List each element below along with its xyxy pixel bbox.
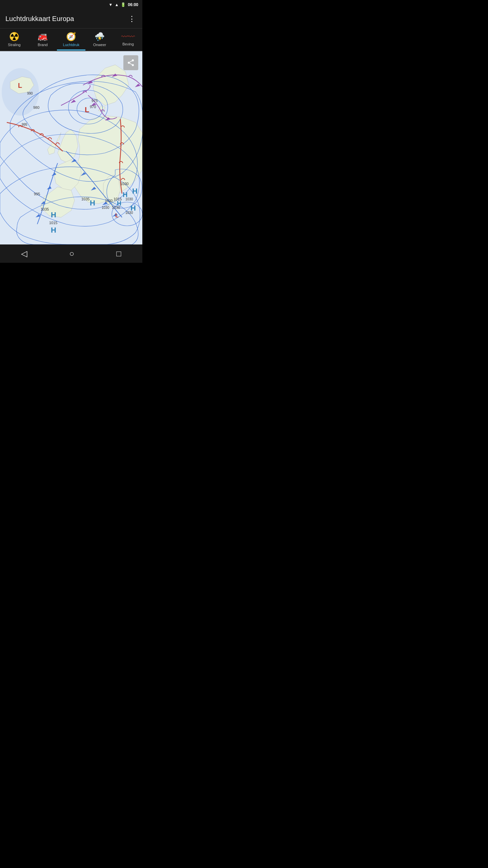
back-button[interactable]: ◁ bbox=[21, 249, 27, 258]
svg-text:1030: 1030 bbox=[125, 197, 133, 201]
wifi-icon: ▼ bbox=[109, 2, 113, 7]
svg-text:H: H bbox=[90, 199, 95, 207]
share-icon bbox=[127, 59, 135, 67]
svg-point-49 bbox=[128, 62, 130, 64]
svg-text:L: L bbox=[18, 82, 22, 89]
svg-text:995: 995 bbox=[34, 192, 40, 196]
svg-text:1030: 1030 bbox=[125, 211, 133, 215]
svg-text:995: 995 bbox=[22, 123, 27, 126]
tab-straling-label: Straling bbox=[8, 43, 20, 47]
svg-text:1035: 1035 bbox=[81, 197, 89, 201]
svg-text:990: 990 bbox=[27, 92, 33, 95]
overflow-menu-button[interactable]: ⋮ bbox=[127, 13, 137, 25]
home-button[interactable]: ○ bbox=[69, 249, 74, 258]
svg-text:1030: 1030 bbox=[102, 206, 109, 210]
svg-text:980: 980 bbox=[33, 105, 39, 110]
svg-line-52 bbox=[130, 61, 132, 62]
tab-brand-label: Brand bbox=[38, 43, 47, 47]
luchtdruk-icon: 🧭 bbox=[66, 32, 76, 41]
status-bar: ▼ ▲ 🔋 06:00 bbox=[0, 0, 142, 9]
signal-icon: ▲ bbox=[115, 2, 119, 7]
bottom-nav-bar: ◁ ○ □ bbox=[0, 244, 142, 263]
svg-line-51 bbox=[130, 63, 132, 65]
svg-text:1030: 1030 bbox=[112, 205, 120, 210]
tab-onweer-label: Onweer bbox=[93, 43, 106, 47]
weather-map: L L L L H H H H H H H H 975 970 980 990 … bbox=[0, 51, 142, 244]
battery-icon: 🔋 bbox=[121, 2, 126, 7]
app-title: Luchtdrukkaart Europa bbox=[5, 15, 74, 23]
map-container[interactable]: L L L L H H H H H H H H 975 970 980 990 … bbox=[0, 51, 142, 244]
svg-text:L: L bbox=[115, 213, 119, 218]
tab-onweer[interactable]: ⛈️ Onweer bbox=[85, 28, 114, 51]
brand-icon: 🚒 bbox=[38, 32, 48, 41]
svg-text:L: L bbox=[85, 105, 89, 114]
title-bar: Luchtdrukkaart Europa ⋮ bbox=[0, 9, 142, 28]
recents-button[interactable]: □ bbox=[116, 249, 121, 258]
tab-luchtdruk-label: Luchtdruk bbox=[63, 43, 79, 47]
beving-icon: 〰〰 bbox=[121, 33, 135, 41]
svg-text:H: H bbox=[132, 187, 138, 195]
tab-bar: ☢️ Straling 🚒 Brand 🧭 Luchtdruk ⛈️ Onwee… bbox=[0, 28, 142, 51]
svg-text:H: H bbox=[51, 211, 56, 219]
svg-text:H: H bbox=[51, 226, 56, 234]
straling-icon: ☢️ bbox=[9, 32, 19, 41]
svg-text:1015: 1015 bbox=[49, 221, 57, 225]
tab-beving[interactable]: 〰〰 Beving bbox=[114, 28, 142, 51]
onweer-icon: ⛈️ bbox=[95, 32, 105, 41]
tab-straling[interactable]: ☢️ Straling bbox=[0, 28, 28, 51]
svg-text:970: 970 bbox=[90, 105, 96, 109]
svg-text:975: 975 bbox=[92, 99, 98, 103]
svg-point-50 bbox=[132, 64, 134, 66]
svg-text:1030: 1030 bbox=[105, 199, 113, 203]
svg-text:1035: 1035 bbox=[41, 207, 49, 211]
time-display: 06:00 bbox=[128, 2, 138, 7]
share-button[interactable] bbox=[123, 55, 138, 70]
tab-luchtdruk[interactable]: 🧭 Luchtdruk bbox=[57, 28, 85, 51]
svg-text:1030: 1030 bbox=[120, 182, 128, 186]
svg-text:1015: 1015 bbox=[114, 197, 122, 201]
tab-brand[interactable]: 🚒 Brand bbox=[28, 28, 57, 51]
tab-beving-label: Beving bbox=[122, 42, 134, 46]
svg-point-48 bbox=[132, 59, 134, 61]
